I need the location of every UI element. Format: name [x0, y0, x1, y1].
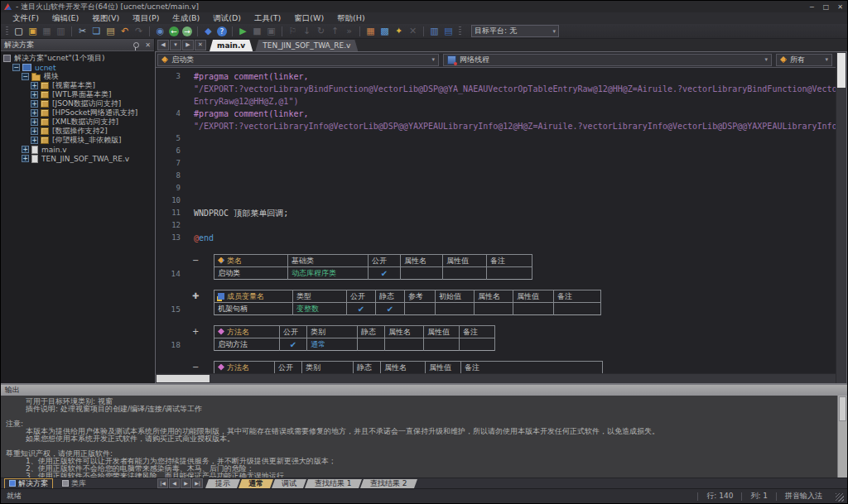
menu-item[interactable]: 编辑(E) [46, 13, 85, 24]
table-cell[interactable] [475, 303, 513, 315]
table-cell[interactable]: 变整数 [293, 303, 347, 315]
fold-marker-icon[interactable]: − [192, 256, 199, 265]
run-to-cursor-icon[interactable]: » [342, 26, 356, 37]
output-tab[interactable]: 调试 [272, 479, 306, 488]
menu-item[interactable]: 工具(T) [248, 13, 287, 24]
tree-item[interactable]: −ucnet [1, 63, 154, 72]
save-icon[interactable]: ▦ [40, 26, 54, 37]
break-all-icon[interactable]: ▣ [264, 26, 278, 37]
output-tab-nav-button[interactable]: ◀ [169, 478, 180, 488]
pin-icon[interactable] [133, 42, 139, 48]
stop-icon[interactable]: ■ [250, 26, 264, 37]
table-cell[interactable]: ✔ [347, 303, 376, 315]
output-tab-nav-button[interactable]: ▶ [181, 478, 191, 488]
panel-tab[interactable]: 解决方案 [4, 478, 53, 489]
tree-expander-icon[interactable]: + [31, 82, 38, 89]
table-cell[interactable] [424, 338, 460, 351]
tree-expander-icon[interactable]: + [31, 137, 38, 144]
fold-marker-icon[interactable]: + [192, 327, 199, 336]
output-tab[interactable]: 查找结果 1 [305, 479, 362, 488]
scrollbar-thumb[interactable] [157, 375, 210, 382]
class-selector[interactable]: 启动类 ▾ [157, 54, 439, 66]
table-cell[interactable]: 机架句柄 [214, 303, 293, 315]
table-cell[interactable]: 启动方法 [214, 338, 280, 351]
help-icon[interactable]: ? [217, 26, 227, 36]
table-cell[interactable] [460, 338, 495, 351]
table-cell[interactable]: 动态库程序类 [288, 267, 369, 280]
output-tab[interactable]: 提示 [205, 479, 240, 488]
tree-item[interactable]: 解决方案"ucnet"(1个项目) [1, 54, 154, 63]
menu-item[interactable]: 调试(D) [206, 13, 248, 24]
target-platform-select[interactable]: 目标平台: 无 ▾ [471, 25, 559, 37]
output-scrollbar[interactable] [837, 396, 847, 478]
menu-item[interactable]: 项目(P) [126, 13, 166, 24]
redo-icon[interactable]: ↷ [132, 26, 146, 37]
close-icon[interactable]: ✕ [145, 41, 151, 49]
float-window-icon[interactable]: ▥ [427, 26, 441, 37]
run-icon[interactable]: ▶ [236, 26, 250, 37]
table-cell[interactable] [443, 267, 487, 280]
table-cell[interactable]: 启动类 [214, 267, 288, 280]
new-file-icon[interactable]: ▢ [12, 26, 26, 37]
maximize-button[interactable]: □ [819, 3, 833, 11]
close-button[interactable]: ✕ [833, 3, 847, 11]
panel-tab[interactable]: 类库 [58, 479, 90, 488]
scrollbar-thumb[interactable] [837, 53, 846, 88]
clean-icon[interactable]: ✕ [406, 26, 420, 37]
output-tab[interactable]: 查找结果 2 [360, 479, 417, 488]
table-cell[interactable] [358, 338, 385, 351]
tree-expander-icon[interactable]: − [12, 64, 20, 71]
step-into-icon[interactable]: ↓ [300, 26, 314, 37]
output-content[interactable]: 可用于目标环境类别: 视窗插件说明: 处理视窗项目的创建/编译/连接/调试等工作… [1, 396, 837, 478]
build-icon[interactable]: ▦ [364, 26, 378, 37]
tree-expander-icon[interactable]: + [31, 100, 38, 108]
navigate-forward-icon[interactable]: → [182, 26, 192, 36]
step-out-icon[interactable]: ↑ [328, 26, 342, 37]
copy-icon[interactable]: ❏ [89, 26, 104, 37]
tree-expander-icon[interactable]: + [31, 127, 38, 135]
step-over-icon[interactable]: ↻ [314, 26, 328, 37]
deploy-icon[interactable]: ✦ [392, 26, 406, 37]
cut-icon[interactable]: ✂ [75, 26, 89, 37]
menu-item[interactable]: 帮助(H) [330, 13, 372, 24]
tree-item[interactable]: +TEN_JIN_SOF_TWA_RE.v [1, 154, 154, 163]
member-table[interactable]: 方法名公开类别静态属性名属性值备注入口通知✔通常@虚拟方法可覆盖动态库的 Dll… [214, 361, 603, 373]
menu-item[interactable]: 生成(B) [166, 13, 206, 24]
table-cell[interactable] [436, 303, 475, 315]
ime-indicator[interactable]: 拼音输入法 [777, 491, 831, 502]
editor-tab[interactable]: TEN_JIN_SOF_TWA_RE.v [255, 40, 358, 51]
editor-tab[interactable]: main.v [210, 40, 253, 51]
find-icon[interactable]: ◉ [153, 26, 167, 37]
table-cell[interactable] [401, 267, 443, 280]
vertical-scrollbar[interactable] [836, 52, 846, 383]
open-project-icon[interactable]: ▣ [26, 26, 40, 37]
table-cell[interactable] [513, 303, 554, 315]
table-cell[interactable]: 通常 [307, 338, 358, 351]
tree-expander-icon[interactable]: − [22, 73, 29, 80]
tree-item[interactable]: +[仰望模块_非依赖版] [1, 136, 154, 145]
tab-nav-button[interactable]: ▶ [182, 40, 194, 50]
tree-item[interactable]: +main.v [1, 145, 154, 154]
menu-item[interactable]: 文件(F) [6, 13, 46, 24]
minimize-button[interactable]: ─ [805, 3, 819, 11]
rebuild-icon[interactable]: ▩ [378, 26, 392, 37]
table-cell[interactable] [487, 267, 532, 280]
output-tab[interactable]: 通常 [238, 479, 273, 488]
horizontal-scrollbar[interactable] [156, 373, 836, 383]
dock-window-icon[interactable]: ▤ [441, 26, 455, 37]
table-cell[interactable] [405, 303, 436, 315]
scrollbar-thumb[interactable] [839, 396, 846, 421]
tree-expander-icon[interactable]: + [31, 91, 38, 98]
table-cell[interactable] [385, 338, 424, 351]
member-table[interactable]: 成员变量名类型公开静态参考初始值属性名属性值备注机架句柄变整数✔✔ [214, 290, 601, 315]
table-cell[interactable]: ✔ [369, 267, 401, 280]
menu-item[interactable]: 窗口(W) [287, 13, 330, 24]
tree-expander-icon[interactable]: + [31, 118, 38, 126]
paste-icon[interactable]: ▤ [104, 26, 118, 37]
menu-item[interactable]: 视图(V) [85, 13, 126, 24]
tab-nav-button[interactable]: ✕ [195, 40, 206, 50]
tree-expander-icon[interactable]: + [31, 109, 38, 117]
output-tab-nav-button[interactable]: |◀ [157, 478, 168, 488]
tab-nav-button[interactable]: ◀ [157, 40, 169, 50]
tree-expander-icon[interactable]: + [22, 146, 29, 153]
